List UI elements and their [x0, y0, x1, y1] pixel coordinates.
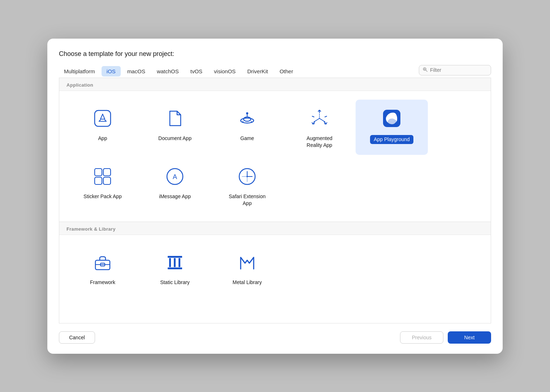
svg-rect-20 — [95, 177, 102, 184]
static-library-label: Static Library — [160, 279, 190, 286]
sticker-pack-label: Sticker Pack App — [83, 193, 122, 200]
dialog-title: Choose a template for your new project: — [59, 50, 491, 58]
app-playground-label: App Playground — [370, 135, 413, 144]
document-icon — [162, 105, 188, 131]
metal-icon — [234, 249, 260, 275]
svg-line-16 — [325, 116, 327, 117]
svg-rect-19 — [103, 169, 111, 176]
application-grid: App Document App — [59, 91, 491, 222]
tab-multiplatform[interactable]: Multiplatform — [59, 66, 100, 77]
previous-button[interactable]: Previous — [400, 331, 443, 344]
svg-rect-5 — [95, 110, 111, 126]
metal-library-label: Metal Library — [233, 279, 262, 286]
imessage-app-label: iMessage App — [159, 193, 191, 200]
svg-rect-33 — [168, 267, 182, 269]
footer-right: Previous Next — [400, 331, 491, 344]
imessage-icon: A — [162, 164, 188, 190]
app-label: App — [98, 135, 107, 142]
template-static-library[interactable]: Static Library — [139, 244, 211, 292]
svg-rect-37 — [179, 258, 180, 267]
tab-driverkit[interactable]: DriverKit — [242, 66, 273, 77]
tab-other[interactable]: Other — [275, 66, 298, 77]
document-app-label: Document App — [158, 135, 192, 142]
template-framework[interactable]: Framework — [66, 244, 139, 292]
svg-rect-35 — [169, 258, 171, 267]
svg-point-11 — [251, 121, 252, 123]
svg-line-1 — [426, 70, 427, 71]
platform-tab-bar: Multiplatform iOS macOS watchOS tvOS vis… — [59, 65, 491, 78]
svg-rect-18 — [95, 169, 102, 176]
svg-point-10 — [242, 121, 244, 123]
section-header-framework-library: Framework & Library — [59, 222, 491, 235]
cancel-button[interactable]: Cancel — [59, 331, 95, 344]
game-label: Game — [240, 135, 254, 142]
tab-tvos[interactable]: tvOS — [185, 66, 207, 77]
tab-list: Multiplatform iOS macOS watchOS tvOS vis… — [59, 66, 419, 77]
template-sticker-pack[interactable]: Sticker Pack App — [66, 158, 139, 213]
svg-line-15 — [312, 116, 314, 117]
template-metal-library[interactable]: Metal Library — [211, 244, 283, 292]
template-safari-extension[interactable]: Safari ExtensionApp — [211, 158, 283, 213]
template-imessage-app[interactable]: A iMessage App — [139, 158, 211, 213]
svg-rect-21 — [103, 177, 111, 184]
sticker-icon — [90, 164, 116, 190]
game-icon — [234, 105, 260, 131]
framework-label: Framework — [90, 279, 115, 286]
app-store-icon — [90, 105, 116, 131]
safari-extension-label: Safari ExtensionApp — [229, 193, 266, 207]
library-icon — [162, 249, 188, 275]
new-project-dialog: Choose a template for your new project: … — [47, 39, 503, 354]
framework-library-grid: Framework Static Library — [59, 235, 491, 301]
svg-text:A: A — [173, 173, 177, 180]
dialog-footer: Cancel Previous Next — [59, 323, 491, 344]
framework-icon — [90, 249, 116, 275]
template-document-app[interactable]: Document App — [139, 100, 211, 155]
ar-app-label: AugmentedReality App — [306, 135, 332, 149]
filter-box — [419, 65, 491, 75]
filter-input[interactable] — [430, 67, 487, 73]
template-app[interactable]: App — [66, 100, 139, 155]
safari-icon — [234, 164, 260, 190]
template-ar-app[interactable]: AugmentedReality App — [283, 100, 356, 155]
swift-icon — [379, 105, 405, 131]
template-game[interactable]: Game — [211, 100, 283, 155]
template-app-playground[interactable]: App Playground — [356, 100, 428, 155]
svg-rect-34 — [168, 256, 182, 258]
tab-visionos[interactable]: visionOS — [209, 66, 241, 77]
next-button[interactable]: Next — [448, 331, 491, 344]
svg-point-8 — [246, 112, 248, 114]
ar-icon — [306, 105, 332, 131]
section-header-application: Application — [59, 78, 491, 91]
tab-macos[interactable]: macOS — [122, 66, 150, 77]
tab-ios[interactable]: iOS — [102, 66, 121, 77]
filter-icon — [423, 67, 428, 73]
tab-watchos[interactable]: watchOS — [152, 66, 184, 77]
svg-rect-36 — [174, 258, 176, 267]
content-area: Application App — [59, 78, 491, 323]
